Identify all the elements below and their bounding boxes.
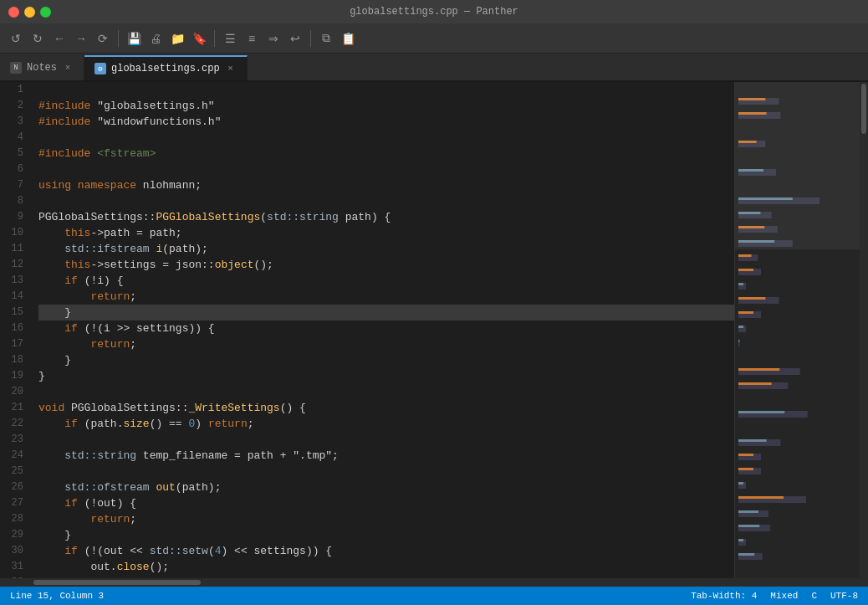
tab-globalsettings[interactable]: ⚙ globalsettings.cpp × — [84, 55, 248, 80]
scrollbar[interactable] — [860, 82, 868, 578]
notes-tab-close[interactable]: × — [62, 62, 74, 74]
code-line-21: void PGGlobalSettings::_WriteSettings() … — [38, 400, 734, 416]
bookmark-button[interactable]: 🔖 — [190, 29, 208, 48]
minimap — [734, 82, 860, 578]
code-line-17: return; — [38, 336, 734, 352]
code-line-25 — [38, 464, 734, 479]
code-line-18: } — [38, 352, 734, 368]
code-line-4 — [38, 130, 734, 146]
tab-width: Tab-Width: 4 — [691, 591, 757, 601]
code-line-30: if (!(out << std::setw(4) << settings)) … — [38, 543, 734, 559]
code-line-8 — [38, 193, 734, 209]
code-line-2: #include "globalsettings.h" — [38, 98, 734, 114]
code-line-3: #include "windowfunctions.h" — [38, 114, 734, 130]
copy-button[interactable]: ⧉ — [317, 29, 335, 48]
code-line-14: return; — [38, 289, 734, 305]
back2-button[interactable]: ↩ — [286, 29, 304, 48]
undo-button[interactable]: ↺ — [7, 29, 25, 48]
toolbar-separator — [118, 30, 119, 47]
indent-button[interactable]: ≡ — [243, 29, 261, 48]
code-line-15: } — [38, 305, 734, 320]
code-line-16: if (!(i >> settings)) { — [38, 320, 734, 336]
code-line-5: #include <fstream> — [38, 146, 734, 162]
bottom-area: Line 15, Column 3 Tab-Width: 4 Mixed C U… — [0, 578, 868, 605]
line-ending: Mixed — [770, 591, 798, 601]
code-line-23 — [38, 432, 734, 448]
hscroll-thumb[interactable] — [33, 580, 201, 585]
tabs: N Notes × ⚙ globalsettings.cpp × — [0, 54, 868, 82]
cpp-tab-label: globalsettings.cpp — [111, 63, 220, 74]
notes-tab-icon: N — [10, 62, 22, 74]
code-line-7: using namespace nlohmann; — [38, 177, 734, 193]
toolbar: ↺ ↻ ← → ⟳ 💾 🖨 📁 🔖 ☰ ≡ ⇒ ↩ ⧉ 📋 — [0, 23, 868, 54]
print-button[interactable]: 🖨 — [146, 29, 165, 48]
forward-button[interactable]: → — [72, 29, 90, 48]
code-area[interactable]: #include "globalsettings.h"#include "win… — [32, 82, 734, 578]
code-line-27: if (!out) { — [38, 495, 734, 511]
code-line-9: PGGlobalSettings::PGGlobalSettings(std::… — [38, 209, 734, 225]
hscrollbar[interactable] — [0, 578, 868, 587]
code-line-12: this->settings = json::object(); — [38, 257, 734, 273]
file-button[interactable]: 📁 — [168, 29, 186, 48]
minimize-button[interactable] — [24, 7, 35, 18]
tab-notes[interactable]: N Notes × — [0, 55, 84, 80]
notes-tab-label: Notes — [27, 62, 57, 74]
cpp-tab-icon: ⚙ — [94, 63, 106, 74]
code-line-1 — [38, 82, 734, 98]
maximize-button[interactable] — [40, 7, 51, 18]
statusbar-right: Tab-Width: 4 Mixed C UTF-8 — [691, 591, 858, 601]
code-line-24: std::string temp_filename = path + ".tmp… — [38, 448, 734, 464]
toolbar-separator2 — [214, 30, 215, 47]
arrow-button[interactable]: ⇒ — [264, 29, 283, 48]
code-line-22: if (path.size() == 0) return; — [38, 416, 734, 432]
code-line-29: } — [38, 527, 734, 543]
line-numbers: 1234567891011121314151617181920212223242… — [0, 82, 32, 578]
close-button[interactable] — [8, 7, 19, 18]
code-line-10: this->path = path; — [38, 225, 734, 241]
window-title: globalsettings.cpp — Panther — [350, 6, 518, 18]
toolbar-separator3 — [310, 30, 311, 47]
minimap-viewport — [735, 82, 860, 249]
save-button[interactable]: 💾 — [125, 29, 143, 48]
code-line-11: std::ifstream i(path); — [38, 241, 734, 257]
code-line-26: std::ofstream out(path); — [38, 479, 734, 495]
titlebar: globalsettings.cpp — Panther — [0, 0, 868, 23]
back-button[interactable]: ← — [50, 29, 69, 48]
code-line-19: } — [38, 368, 734, 384]
code-line-31: out.close(); — [38, 559, 734, 575]
language: C — [811, 591, 817, 601]
editor-container: 1234567891011121314151617181920212223242… — [0, 82, 868, 578]
statusbar: Line 15, Column 3 Tab-Width: 4 Mixed C U… — [0, 587, 868, 605]
code-line-13: if (!i) { — [38, 273, 734, 289]
window-controls — [8, 7, 51, 18]
list-button[interactable]: ☰ — [221, 29, 239, 48]
code-line-6 — [38, 162, 734, 177]
paste-button[interactable]: 📋 — [339, 29, 357, 48]
code-line-28: return; — [38, 511, 734, 527]
scroll-thumb[interactable] — [861, 84, 866, 134]
reload-button[interactable]: ⟳ — [94, 29, 112, 48]
code-line-20 — [38, 384, 734, 400]
cpp-tab-close[interactable]: × — [225, 63, 237, 74]
cursor-position: Line 15, Column 3 — [10, 591, 104, 601]
encoding: UTF-8 — [830, 591, 858, 601]
statusbar-left: Line 15, Column 3 — [10, 591, 104, 601]
redo-button[interactable]: ↻ — [28, 29, 47, 48]
